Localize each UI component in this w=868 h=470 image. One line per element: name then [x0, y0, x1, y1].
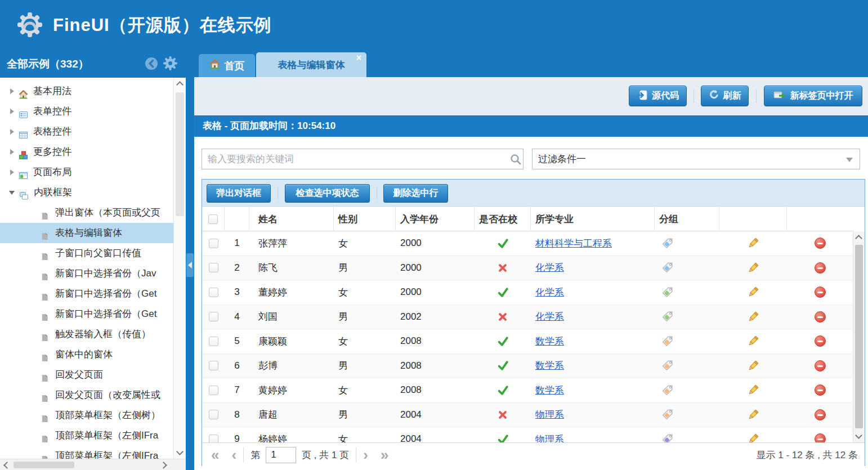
next-page-icon[interactable]: › — [363, 447, 368, 462]
delete-row-icon[interactable] — [815, 287, 826, 298]
tree-item[interactable]: 表单控件 — [0, 101, 173, 122]
collapsed-arrow-icon[interactable] — [10, 169, 14, 175]
open-new-tab-button[interactable]: 新标签页中打开 — [764, 86, 862, 106]
major-link[interactable]: 材料科学与工程系 — [535, 237, 612, 250]
sidebar-splitter[interactable] — [186, 51, 194, 470]
edit-pencil-icon[interactable] — [747, 237, 759, 249]
expanded-arrow-icon[interactable] — [9, 191, 15, 195]
check-selected-button[interactable]: 检查选中项状态 — [285, 184, 370, 203]
row-checkbox[interactable] — [209, 435, 218, 442]
tree-item[interactable]: 回发父页面 — [0, 365, 173, 385]
scroll-left-icon[interactable] — [3, 462, 11, 469]
major-link[interactable]: 物理系 — [535, 433, 564, 442]
tree-item[interactable]: 窗体中的窗体 — [0, 344, 173, 365]
collapse-sidebar-icon[interactable] — [144, 56, 159, 73]
scroll-down-icon[interactable] — [176, 448, 184, 455]
delete-row-icon[interactable] — [815, 433, 826, 442]
scroll-down-icon[interactable] — [855, 432, 862, 439]
splitter-collapse-handle[interactable] — [186, 253, 194, 277]
tree-item[interactable]: 子窗口向父窗口传值 — [0, 243, 173, 263]
row-checkbox[interactable] — [209, 288, 218, 297]
close-tab-icon[interactable]: × — [356, 53, 361, 62]
tree-item[interactable]: 新窗口中选择省份（Get — [0, 284, 173, 304]
edit-pencil-icon[interactable] — [747, 335, 759, 347]
row-checkbox[interactable] — [209, 337, 218, 346]
edit-pencil-icon[interactable] — [747, 286, 759, 298]
major-link[interactable]: 数学系 — [535, 335, 564, 348]
row-checkbox[interactable] — [209, 361, 218, 370]
collapsed-arrow-icon[interactable] — [10, 149, 14, 155]
sidebar-vertical-scrollbar[interactable] — [173, 78, 186, 459]
tree-item[interactable]: 顶部菜单框架（左侧IFra — [0, 446, 173, 459]
edit-pencil-icon[interactable] — [747, 433, 759, 442]
scrollbar-thumb[interactable] — [14, 462, 74, 468]
scroll-up-icon[interactable] — [855, 235, 862, 242]
refresh-button[interactable]: 刷新 — [701, 86, 749, 106]
select-all-checkbox[interactable] — [208, 214, 218, 224]
tree-item[interactable]: 表格与编辑窗体 — [0, 223, 173, 243]
tree-item[interactable]: 顶部菜单框架（左侧树） — [0, 405, 173, 426]
last-page-icon[interactable]: » — [381, 447, 388, 462]
edit-pencil-icon[interactable] — [747, 360, 759, 372]
page-number-input[interactable] — [266, 447, 296, 463]
collapsed-arrow-icon[interactable] — [10, 109, 14, 114]
search-input[interactable] — [202, 149, 524, 169]
row-checkbox[interactable] — [209, 386, 218, 395]
tab-home[interactable]: 首页 — [199, 54, 255, 77]
column-header-year[interactable]: 入学年份 — [396, 207, 475, 231]
open-dialog-button[interactable]: 弹出对话框 — [207, 184, 271, 203]
settings-gear-icon[interactable] — [163, 56, 177, 73]
prev-page-icon[interactable]: ‹ — [231, 447, 236, 462]
delete-row-icon[interactable] — [815, 384, 826, 396]
delete-row-icon[interactable] — [815, 335, 826, 347]
first-page-icon[interactable]: « — [211, 447, 219, 462]
column-header-gender[interactable]: 性别 — [334, 207, 396, 231]
major-link[interactable]: 化学系 — [535, 286, 564, 299]
tree-item[interactable]: 新窗口中选择省份（Get — [0, 304, 173, 324]
sidebar-horizontal-scrollbar[interactable] — [0, 459, 186, 470]
row-checkbox[interactable] — [209, 239, 218, 248]
tree-item[interactable]: 回发父页面（改变属性或 — [0, 385, 173, 405]
column-header-group[interactable]: 分组 — [655, 207, 719, 231]
scroll-up-icon[interactable] — [176, 81, 184, 88]
scrollbar-thumb[interactable] — [176, 92, 184, 216]
delete-row-icon[interactable] — [815, 262, 826, 274]
tree-item[interactable]: 更多控件 — [0, 142, 173, 162]
source-code-button[interactable]: 源代码 — [629, 86, 687, 106]
major-link[interactable]: 数学系 — [535, 359, 564, 372]
major-link[interactable]: 物理系 — [535, 408, 564, 421]
column-header-name[interactable]: 姓名 — [249, 207, 334, 231]
row-checkbox[interactable] — [209, 263, 218, 272]
delete-selected-button[interactable]: 删除选中行 — [383, 184, 448, 203]
collapsed-arrow-icon[interactable] — [10, 88, 14, 94]
major-link[interactable]: 数学系 — [535, 384, 564, 397]
row-checkbox[interactable] — [209, 410, 218, 419]
column-header-major[interactable]: 所学专业 — [531, 207, 655, 231]
delete-row-icon[interactable] — [815, 409, 826, 420]
tree-item[interactable]: 页面布局 — [0, 162, 173, 182]
column-header-at-school[interactable]: 是否在校 — [475, 207, 531, 231]
tree-item[interactable]: 内联框架 — [0, 182, 173, 203]
tree-item[interactable]: 弹出窗体（本页面或父页 — [0, 203, 173, 223]
scrollbar-thumb[interactable] — [855, 245, 863, 428]
row-checkbox[interactable] — [209, 312, 218, 321]
delete-row-icon[interactable] — [815, 311, 826, 323]
delete-row-icon[interactable] — [815, 360, 826, 371]
major-link[interactable]: 化学系 — [535, 261, 564, 274]
tree-item[interactable]: 触发器输入框（传值） — [0, 324, 173, 344]
edit-pencil-icon[interactable] — [747, 384, 759, 396]
collapsed-arrow-icon[interactable] — [10, 129, 14, 135]
search-icon[interactable] — [509, 153, 522, 168]
tree-item[interactable]: 表格控件 — [0, 122, 173, 142]
edit-pencil-icon[interactable] — [747, 262, 759, 274]
tab-grid-edit-window[interactable]: 表格与编辑窗体 × — [256, 52, 366, 77]
grid-vertical-scrollbar[interactable] — [853, 231, 865, 442]
scroll-right-icon[interactable] — [160, 462, 167, 469]
tree-item[interactable]: 新窗口中选择省份（Jav — [0, 263, 173, 284]
delete-row-icon[interactable] — [815, 238, 826, 249]
edit-pencil-icon[interactable] — [747, 311, 759, 323]
edit-pencil-icon[interactable] — [747, 409, 759, 421]
major-link[interactable]: 化学系 — [535, 310, 564, 323]
tree-item[interactable]: 顶部菜单框架（左侧IFra — [0, 426, 173, 446]
filter-dropdown[interactable]: 过滤条件一 — [532, 149, 860, 169]
